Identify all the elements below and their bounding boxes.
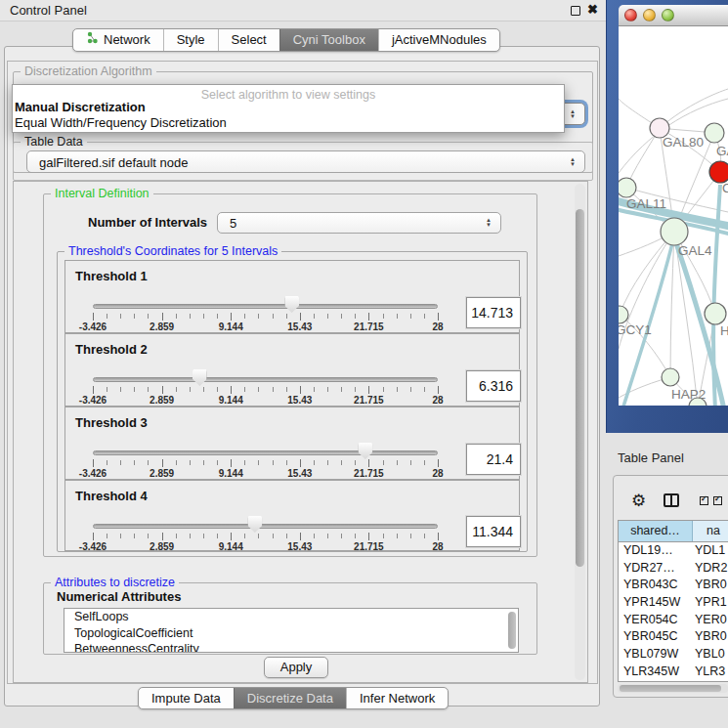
cell[interactable]: YDL19… (619, 542, 693, 560)
combo-arrows-icon: ▲▼ (570, 109, 576, 119)
threshold-4-value-field[interactable]: 11.344 (466, 516, 521, 547)
tab-jactivemnodules[interactable]: jActiveMNodules (378, 29, 499, 51)
list-item[interactable]: SelfLoops (64, 609, 518, 625)
tab-network[interactable]: Network (73, 29, 163, 51)
network-canvas[interactable]: GAL80 GA C GAL11 GAL4 GCY1 H HAP2 (619, 26, 728, 406)
float-window-icon[interactable] (571, 6, 580, 16)
table-horizontal-scrollbar[interactable] (618, 684, 728, 693)
slider-track[interactable] (93, 450, 438, 455)
tab-style[interactable]: Style (163, 29, 218, 51)
apply-button[interactable]: Apply (264, 657, 328, 678)
tick-label: 21.715 (354, 468, 384, 479)
checkbox-icon[interactable] (713, 496, 722, 505)
cell[interactable]: YBL079W (619, 646, 693, 664)
node-hap2[interactable] (662, 368, 679, 386)
tab-infer-network-label: Infer Network (360, 688, 435, 708)
threshold-1-slider[interactable]: -3.426 2.859 9.144 15.43 21.715 28 (93, 300, 438, 333)
cell[interactable]: YBR043C (619, 577, 693, 594)
threshold-4-slider-handle[interactable] (247, 516, 262, 533)
cell[interactable]: YBR0 (693, 628, 728, 646)
node-label-gal4: GAL4 (678, 243, 712, 258)
list-item[interactable]: BetweennessCentrality (64, 641, 518, 653)
table-row[interactable]: YBL079WYBL0 (619, 646, 728, 664)
tab-impute-data[interactable]: Impute Data (139, 688, 234, 708)
cell[interactable]: YLR3 (693, 664, 728, 681)
threshold-3-slider[interactable]: -3.426 2.859 9.144 15.43 21.715 28 (93, 447, 438, 480)
cell[interactable]: YPR1 (693, 594, 728, 612)
table-row[interactable]: YDR27…YDR2 (619, 560, 728, 578)
cell[interactable]: YER0 (693, 612, 728, 629)
table-data-combobox[interactable]: galFiltered.sif default node ▲▼ (26, 150, 585, 173)
cell[interactable]: YER054C (619, 612, 693, 629)
close-icon[interactable]: ✖ (587, 2, 598, 17)
tab-discretize-data[interactable]: Discretize Data (234, 688, 346, 708)
tab-infer-network[interactable]: Infer Network (346, 688, 448, 708)
tick-label: -3.426 (79, 395, 107, 406)
tab-cyni-toolbox[interactable]: Cyni Toolbox (279, 29, 378, 51)
tick-label: 2.859 (150, 541, 174, 552)
threshold-2-slider-handle[interactable] (193, 369, 207, 386)
node-right[interactable] (705, 303, 726, 324)
column-header-name[interactable]: na (693, 521, 728, 541)
table-row[interactable]: YBR045CYBR0 (619, 628, 728, 646)
tab-style-label: Style (177, 29, 205, 51)
cell[interactable]: YBR0 (693, 577, 728, 594)
minimize-traffic-light[interactable] (643, 9, 656, 21)
table-row[interactable]: YDL19…YDL1 (619, 542, 728, 560)
cell[interactable]: YDR2 (693, 560, 728, 578)
threshold-4-panel: Threshold 4 -3.426 2.859 9.144 15.43 21.… (64, 480, 520, 551)
node-gal11[interactable] (619, 178, 636, 197)
table-row[interactable]: YIL052CYIL0 (619, 681, 728, 683)
threshold-2-value-field[interactable]: 6.316 (466, 370, 521, 402)
dropdown-option-equal-width[interactable]: Equal Width/Frequency Discretization (13, 115, 564, 131)
attributes-list[interactable]: SelfLoops TopologicalCoefficient Between… (64, 608, 519, 653)
cell[interactable]: YIL052C (619, 681, 693, 683)
threshold-3-slider-handle[interactable] (358, 443, 372, 459)
threshold-1-slider-handle[interactable] (284, 296, 299, 313)
numerical-attributes-label: Numerical Attributes (57, 589, 181, 604)
slider-track[interactable] (93, 524, 438, 529)
tab-network-label: Network (104, 29, 150, 51)
threshold-1-label: Threshold 1 (75, 269, 148, 283)
slider-track[interactable] (93, 304, 438, 309)
cell[interactable]: YDL1 (693, 542, 728, 560)
thresholds-legend: Threshold's Coordinates for 5 Intervals (64, 244, 281, 258)
threshold-4-slider[interactable]: -3.426 2.859 9.144 15.43 21.715 28 (93, 520, 438, 553)
table-row[interactable]: YPR145WYPR1 (619, 594, 728, 612)
cell[interactable]: YBL0 (693, 646, 728, 664)
slider-track[interactable] (93, 377, 438, 382)
dropdown-placeholder-option[interactable]: Select algorithm to view settings (13, 85, 564, 100)
cell[interactable]: YIL0 (693, 681, 728, 683)
table-horizontal-scrollbar-thumb[interactable] (620, 685, 721, 692)
table-data-legend: Table Data (21, 135, 87, 149)
threshold-1-value-field[interactable]: 14.713 (466, 297, 521, 328)
cell[interactable]: YPR145W (619, 594, 693, 612)
control-panel-tabbar: Network Style Select Cyni Toolbox jActiv… (72, 28, 500, 52)
column-header-shared-name[interactable]: shared… (619, 521, 693, 541)
threshold-3-value-field[interactable]: 21.4 (466, 444, 521, 475)
number-of-intervals-value: 5 (230, 216, 236, 231)
number-of-intervals-spinner[interactable]: 5 ▲▼ (217, 212, 501, 234)
gear-icon[interactable]: ⚙ (631, 491, 646, 511)
cell[interactable]: YDR27… (619, 560, 693, 578)
network-window-titlebar[interactable] (619, 5, 728, 26)
cell[interactable]: YLR345W (619, 664, 693, 681)
settings-scrollbar[interactable] (575, 184, 585, 680)
table-row[interactable]: YER054CYER0 (619, 612, 728, 629)
node-red-selected[interactable] (709, 161, 728, 183)
node-gal4[interactable] (661, 218, 688, 245)
list-scrollbar[interactable] (508, 612, 516, 649)
threshold-2-slider[interactable]: -3.426 2.859 9.144 15.43 21.715 28 (93, 373, 438, 407)
table-row[interactable]: YBR043CYBR0 (619, 577, 728, 594)
table-row[interactable]: YLR345WYLR3 (619, 664, 728, 681)
node-top-right[interactable] (705, 123, 724, 143)
tab-select[interactable]: Select (218, 29, 279, 51)
close-traffic-light[interactable] (624, 9, 637, 21)
list-item[interactable]: TopologicalCoefficient (64, 625, 518, 642)
settings-scrollbar-thumb[interactable] (576, 209, 584, 567)
split-columns-icon[interactable] (664, 493, 679, 507)
checkbox-icon[interactable] (700, 496, 708, 505)
cell[interactable]: YBR045C (619, 628, 693, 646)
zoom-traffic-light[interactable] (662, 9, 674, 21)
dropdown-option-manual-discretization[interactable]: Manual Discretization (13, 100, 564, 115)
